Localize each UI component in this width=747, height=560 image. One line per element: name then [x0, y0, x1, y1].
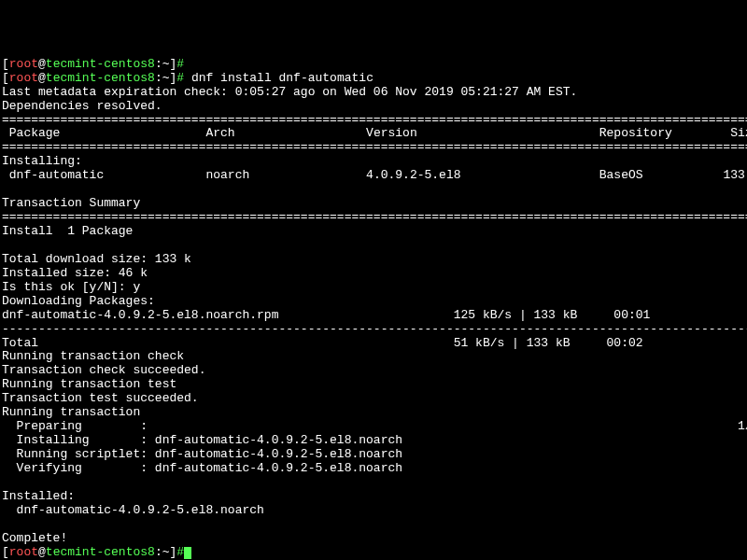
col-package: Package [2, 126, 60, 140]
separator: ========================================… [2, 211, 745, 225]
downloading-label: Downloading Packages: [2, 295, 745, 309]
command-text: dnf install dnf-automatic [184, 71, 374, 85]
running-test: Running transaction test [2, 378, 745, 392]
pkg-repo: BaseOS [599, 168, 643, 182]
step-preparing: Preparing : 1/1 [2, 420, 745, 434]
total-label: Total [2, 336, 38, 350]
cursor-icon [184, 547, 191, 559]
deps-resolved: Dependencies resolved. [2, 100, 745, 114]
step-installing: Installing : dnf-automatic-4.0.9.2-5.el8… [2, 434, 745, 448]
blank [2, 239, 745, 253]
separator: ========================================… [2, 141, 745, 155]
installed-label: Installed: [2, 490, 745, 504]
pkg-size: 133 k [723, 168, 747, 182]
total-time: 00:02 [607, 336, 643, 350]
download-time: 00:01 [613, 308, 650, 322]
running-trans: Running transaction [2, 406, 745, 420]
dash-separator: ----------------------------------------… [2, 323, 745, 337]
col-repository: Repository [599, 126, 672, 140]
download-speed: 125 kB/s | 133 kB [454, 308, 578, 322]
step-verifying: Verifying : dnf-automatic-4.0.9.2-5.el8.… [2, 462, 745, 476]
installed-size: Installed size: 46 k [2, 267, 745, 281]
prompt-line-2[interactable]: [root@tecmint-centos8:~]# dnf install dn… [2, 72, 745, 86]
col-version: Version [366, 126, 417, 140]
test-ok: Transaction test succeeded. [2, 392, 745, 406]
installed-pkg: dnf-automatic-4.0.9.2-5.el8.noarch [2, 504, 745, 518]
trans-summary: Transaction Summary [2, 197, 745, 211]
prompt-line-1: [root@tecmint-centos8:~]# [2, 58, 745, 72]
blank [2, 183, 745, 197]
running-check: Running transaction check [2, 350, 745, 364]
confirm-prompt[interactable]: Is this ok [y/N]: y [2, 281, 745, 295]
blank [2, 518, 745, 532]
package-row: dnf-automatic noarch 4.0.9.2-5.el8 BaseO… [2, 169, 745, 183]
step-scriptlet: Running scriptlet: dnf-automatic-4.0.9.2… [2, 448, 745, 462]
metadata-line: Last metadata expiration check: 0:05:27 … [2, 86, 745, 100]
complete: Complete! [2, 532, 745, 546]
pkg-name: dnf-automatic [2, 168, 104, 182]
install-count: Install 1 Package [2, 225, 745, 239]
pkg-version: 4.0.9.2-5.el8 [366, 168, 460, 182]
col-arch: Arch [205, 126, 234, 140]
prompt-line-3[interactable]: [root@tecmint-centos8:~]# [2, 546, 745, 560]
check-ok: Transaction check succeeded. [2, 364, 745, 378]
installing-label: Installing: [2, 155, 745, 169]
progress: 1/1 [738, 419, 747, 433]
download-size: Total download size: 133 k [2, 253, 745, 267]
table-header: Package Arch Version Repository Size [2, 127, 745, 141]
pkg-arch: noarch [205, 168, 249, 182]
download-file: dnf-automatic-4.0.9.2-5.el8.noarch.rpm [2, 308, 278, 322]
download-row: dnf-automatic-4.0.9.2-5.el8.noarch.rpm 1… [2, 309, 745, 323]
separator: ========================================… [2, 114, 745, 128]
blank [2, 476, 745, 490]
total-speed: 51 kB/s | 133 kB [446, 336, 571, 350]
col-size: Size [730, 126, 747, 140]
total-row: Total 51 kB/s | 133 kB 00:02 [2, 337, 745, 351]
